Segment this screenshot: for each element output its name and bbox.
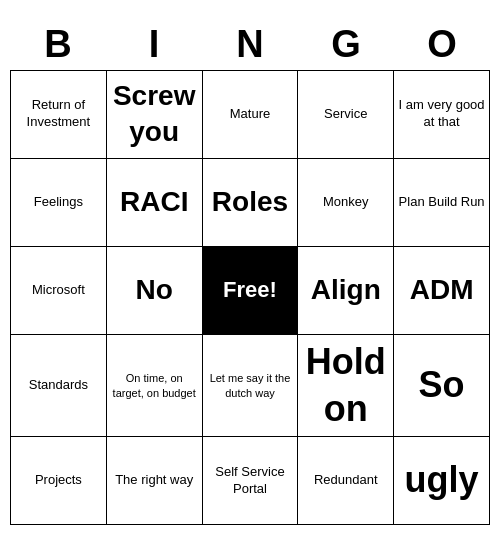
letter-b: B [10,19,106,70]
bingo-title-row: B I N G O [10,19,490,70]
bingo-cell: Plan Build Run [394,159,490,247]
bingo-cell: Microsoft [11,247,107,335]
letter-n: N [202,19,298,70]
bingo-cell: RACI [107,159,203,247]
bingo-cell: Return of Investment [11,71,107,159]
bingo-cell: Redundant [298,437,394,525]
letter-g: G [298,19,394,70]
bingo-cell: On time, on target, on budget [107,335,203,438]
bingo-grid: Return of InvestmentScrew youMatureServi… [10,70,490,526]
bingo-cell: I am very good at that [394,71,490,159]
bingo-cell: Feelings [11,159,107,247]
bingo-cell: Mature [203,71,299,159]
bingo-cell: Service [298,71,394,159]
bingo-cell: Hold on [298,335,394,438]
bingo-cell: Self Service Portal [203,437,299,525]
bingo-cell: Monkey [298,159,394,247]
bingo-container: B I N G O Return of InvestmentScrew youM… [10,19,490,526]
bingo-cell: The right way [107,437,203,525]
bingo-cell: No [107,247,203,335]
letter-o: O [394,19,490,70]
bingo-cell: ADM [394,247,490,335]
bingo-cell: Align [298,247,394,335]
bingo-cell: ugly [394,437,490,525]
bingo-cell: So [394,335,490,438]
bingo-cell: Screw you [107,71,203,159]
bingo-cell: Roles [203,159,299,247]
bingo-cell: Let me say it the dutch way [203,335,299,438]
letter-i: I [106,19,202,70]
bingo-cell: Standards [11,335,107,438]
bingo-cell: Projects [11,437,107,525]
bingo-cell: Free! [203,247,299,335]
